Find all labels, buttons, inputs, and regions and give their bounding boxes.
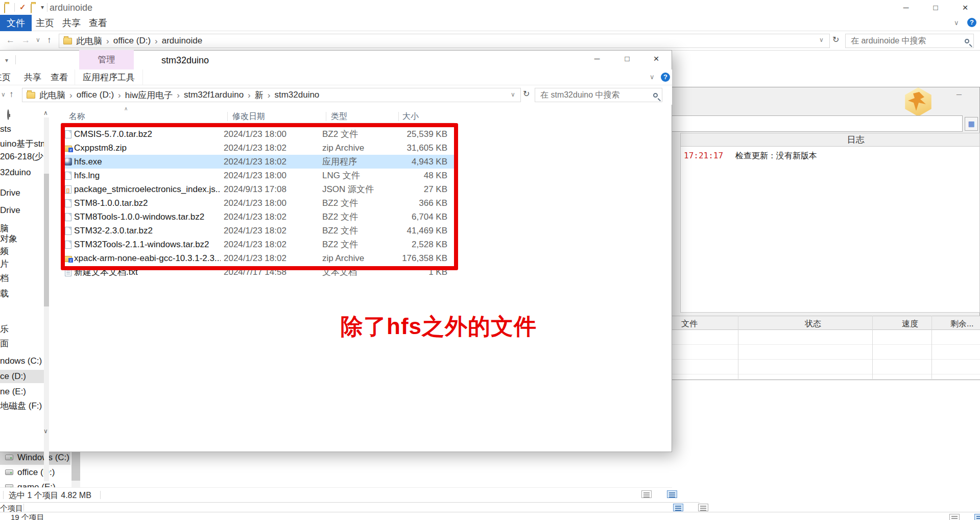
mid-view-list-icon[interactable] [673, 504, 683, 511]
copy-grid-icon [968, 120, 974, 127]
ribbon-collapse-icon[interactable] [954, 19, 959, 26]
breadcrumb-separator-icon [177, 91, 180, 100]
fg-recent-locations-icon[interactable] [1, 91, 6, 98]
fg-sidebar-scrollbar-thumb[interactable] [44, 174, 49, 306]
sidebar-item[interactable]: Drive [0, 204, 44, 217]
bg-tree-scrollbar-thumb[interactable] [71, 450, 80, 481]
fg-tab-home[interactable]: 主页 [0, 69, 15, 85]
mid-view-details-icon[interactable] [698, 504, 708, 511]
fg-view-details-icon[interactable] [667, 490, 677, 498]
bg-address-bar: 此电脑office (D:)arduinoide [0, 31, 980, 51]
bg-tab-3[interactable]: 查看 [85, 15, 111, 31]
fg-search-box[interactable] [535, 88, 662, 102]
sidebar-item[interactable]: uino基于stm [0, 137, 44, 151]
fg-ribbon-collapse-icon[interactable] [650, 74, 655, 80]
breadcrumb-item[interactable]: stm32f1arduino [184, 90, 244, 100]
recent-locations-icon[interactable] [36, 37, 40, 43]
breadcrumb-item[interactable]: 此电脑 [39, 89, 65, 101]
sidebar-item[interactable]: ce (D:) [0, 370, 44, 383]
forward-icon[interactable] [21, 36, 30, 44]
bg-tab-1[interactable]: 主页 [32, 15, 58, 31]
sidebar-item[interactable]: sts [0, 123, 44, 136]
fg-view-list-icon[interactable] [641, 490, 652, 498]
bg-maximize-button[interactable] [921, 0, 950, 15]
hfs-column-header[interactable]: 剩余... [950, 319, 973, 329]
bg-breadcrumb[interactable]: 此电脑office (D:)arduinoide [59, 34, 830, 48]
fg-search-input[interactable] [539, 90, 650, 100]
fg-qat-caret-icon[interactable] [5, 57, 8, 63]
fg-address-bar: 此电脑office (D:)hiw应用电子stm32f1arduino新stm3… [0, 85, 672, 105]
sidebar-item[interactable]: ne (E:) [0, 385, 44, 398]
fg-close-button[interactable] [644, 50, 668, 67]
bg-window-titlebar: arduinoide [0, 0, 980, 15]
fg-manage-tab[interactable]: 管理 [79, 50, 134, 69]
col-header-type[interactable]: 类型 [331, 111, 347, 122]
fg-breadcrumb[interactable]: 此电脑office (D:)hiw应用电子stm32f1arduino新stm3… [22, 88, 521, 102]
sidebar-item[interactable]: Drive [0, 186, 44, 200]
breadcrumb-item[interactable]: 此电脑 [76, 35, 102, 47]
quick-access-folder-icon[interactable] [31, 4, 32, 13]
hfs-copy-button[interactable] [965, 117, 978, 131]
bg-minimize-button[interactable] [891, 0, 921, 15]
col-header-size[interactable]: 大小 [402, 111, 419, 122]
fg-minimize-button[interactable] [585, 50, 609, 67]
sidebar-item[interactable]: 地磁盘 (F:) [0, 399, 44, 413]
col-header-date[interactable]: 修改日期 [232, 111, 265, 122]
drive-icon [5, 455, 13, 460]
sidebar-item[interactable]: 乐 [0, 323, 44, 336]
fg-window-title: stm32duino [161, 55, 209, 66]
breadcrumb-item[interactable]: 新 [255, 89, 264, 101]
sidebar-item[interactable]: 206-218(少 [0, 150, 44, 163]
sidebar-scroll-up-icon[interactable] [43, 110, 48, 116]
sidebar-item[interactable]: 对象 [0, 232, 44, 246]
fg-help-icon[interactable] [661, 73, 670, 82]
bg-tab-0[interactable]: 文件 [0, 15, 32, 31]
sidebar-item[interactable]: 面 [0, 337, 44, 350]
bg-view-list-icon[interactable] [949, 514, 960, 520]
tree-item[interactable]: office (D:) [0, 465, 70, 480]
sidebar-item[interactable]: 片 [0, 257, 44, 271]
breadcrumb-item[interactable]: hiw应用电子 [125, 89, 173, 101]
hfs-column-header[interactable]: 文件 [681, 319, 698, 329]
hfs-log-line: 17:21:17 检查更新：没有新版本 [684, 151, 979, 161]
quick-access-caret-icon[interactable] [41, 4, 44, 10]
bg-view-details-icon[interactable] [974, 514, 980, 520]
sidebar-scroll-down-icon[interactable] [43, 428, 48, 434]
fg-up-icon[interactable] [9, 90, 14, 99]
hfs-column-header[interactable]: 速度 [902, 319, 918, 329]
tree-item[interactable]: Windows (C:) [0, 450, 70, 465]
breadcrumb-item[interactable]: arduinoide [162, 36, 202, 46]
sidebar-item[interactable]: 32duino [0, 166, 44, 179]
sidebar-item[interactable]: 档 [0, 272, 44, 285]
breadcrumb-item[interactable]: office (D:) [113, 36, 151, 46]
breadcrumb-separator-icon [268, 91, 271, 100]
address-dropdown-icon[interactable] [819, 37, 824, 43]
refresh-icon[interactable] [832, 36, 839, 44]
sidebar-item[interactable]: ndows (C:) [0, 354, 44, 368]
fg-address-dropdown-icon[interactable] [511, 91, 515, 98]
hfs-url-bar[interactable] [664, 115, 963, 132]
fg-maximize-button[interactable] [615, 50, 639, 67]
breadcrumb-item[interactable]: stm32duino [274, 90, 319, 100]
column-divider [931, 316, 932, 379]
fg-refresh-icon[interactable] [523, 90, 530, 98]
bg-tab-2[interactable]: 共享 [58, 15, 85, 31]
search-icon [653, 93, 658, 98]
fg-tab-share[interactable]: 共享 [19, 69, 46, 85]
sidebar-item[interactable]: 载 [0, 287, 44, 300]
fg-tab-view[interactable]: 查看 [46, 69, 73, 85]
quick-access-check-icon[interactable] [19, 3, 26, 11]
bg-close-button[interactable] [950, 0, 980, 15]
help-icon[interactable] [967, 18, 976, 27]
col-header-name[interactable]: 名称 [69, 111, 85, 122]
bg-search-input[interactable] [850, 36, 962, 46]
back-icon[interactable] [6, 36, 15, 44]
sidebar-item[interactable]: 频 [0, 245, 44, 258]
up-icon[interactable] [47, 36, 52, 44]
hfs-column-header[interactable]: 状态 [805, 319, 821, 329]
breadcrumb-item[interactable]: office (D:) [77, 90, 114, 100]
hfs-minimize-button[interactable] [957, 91, 962, 98]
fg-tab-app-tools[interactable]: 应用程序工具 [75, 69, 143, 85]
mid-window-statusbar: 个项目 [0, 502, 700, 512]
bg-search-box[interactable] [845, 34, 974, 48]
